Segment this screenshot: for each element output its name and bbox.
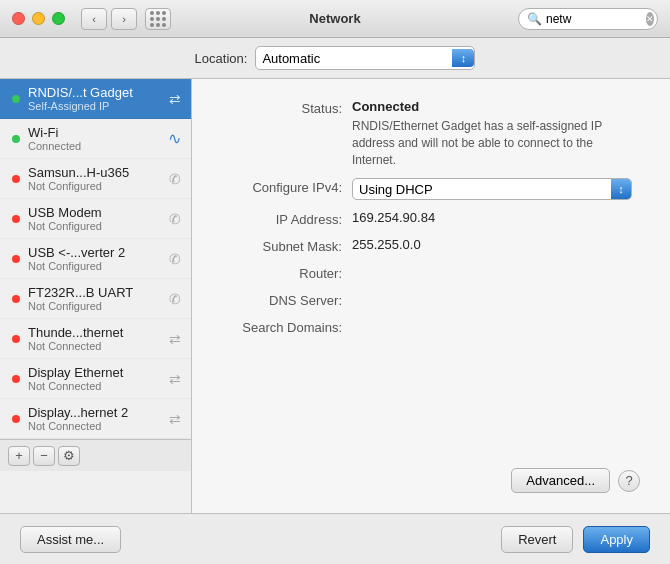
phone-icon-ft232: ✆ bbox=[169, 291, 181, 307]
action-bar: Assist me... Revert Apply bbox=[0, 513, 670, 564]
phone-icon-samsung: ✆ bbox=[169, 171, 181, 187]
sidebar-item-status-usb-verter: Not Configured bbox=[28, 260, 165, 272]
sidebar-toolbar: + − ⚙ bbox=[0, 439, 191, 471]
dns-server-label: DNS Server: bbox=[222, 291, 352, 308]
router-row: Router: bbox=[222, 264, 640, 281]
status-dot-ft232 bbox=[12, 295, 20, 303]
sidebar-item-name-usb-modem: USB Modem bbox=[28, 205, 165, 220]
ipv4-dropdown-arrow: ↕ bbox=[611, 179, 631, 199]
configure-ipv4-row: Configure IPv4: Using DHCP ↕ bbox=[222, 178, 640, 200]
sidebar-item-status-samsung: Not Configured bbox=[28, 180, 165, 192]
ethernet-icon-thunder: ⇄ bbox=[169, 331, 181, 347]
ethernet-icon-display-eth2: ⇄ bbox=[169, 411, 181, 427]
sidebar-item-display-eth[interactable]: Display Ethernet Not Connected ⇄ bbox=[0, 359, 191, 399]
main-content: RNDIS/...t Gadget Self-Assigned IP ⇄ Wi-… bbox=[0, 79, 670, 513]
sidebar-item-usb-modem[interactable]: USB Modem Not Configured ✆ bbox=[0, 199, 191, 239]
sidebar-item-status-ft232: Not Configured bbox=[28, 300, 165, 312]
nav-buttons: ‹ › bbox=[81, 8, 137, 30]
forward-button[interactable]: › bbox=[111, 8, 137, 30]
sidebar-item-name-display-eth: Display Ethernet bbox=[28, 365, 165, 380]
status-row: Status: Connected RNDIS/Ethernet Gadget … bbox=[222, 99, 640, 168]
subnet-mask-label: Subnet Mask: bbox=[222, 237, 352, 254]
search-input[interactable] bbox=[546, 12, 646, 26]
help-button[interactable]: ? bbox=[618, 470, 640, 492]
advanced-button[interactable]: Advanced... bbox=[511, 468, 610, 493]
remove-connection-button[interactable]: − bbox=[33, 446, 55, 466]
status-dot-rndis bbox=[12, 95, 20, 103]
sidebar: RNDIS/...t Gadget Self-Assigned IP ⇄ Wi-… bbox=[0, 79, 192, 513]
router-label: Router: bbox=[222, 264, 352, 281]
search-clear-button[interactable]: ✕ bbox=[646, 12, 654, 26]
sidebar-item-status-wifi: Connected bbox=[28, 140, 164, 152]
back-button[interactable]: ‹ bbox=[81, 8, 107, 30]
sidebar-item-name-display-eth2: Display...hernet 2 bbox=[28, 405, 165, 420]
phone-icon-usb-modem: ✆ bbox=[169, 211, 181, 227]
rndis-icon: ⇄ bbox=[169, 91, 181, 107]
location-label: Location: bbox=[195, 51, 248, 66]
status-note: RNDIS/Ethernet Gadget has a self-assigne… bbox=[352, 118, 632, 168]
sidebar-item-name-wifi: Wi-Fi bbox=[28, 125, 164, 140]
location-dropdown-arrow: ↕ bbox=[452, 49, 474, 67]
status-dot-thunder bbox=[12, 335, 20, 343]
sidebar-item-status-display-eth: Not Connected bbox=[28, 380, 165, 392]
location-value: Automatic bbox=[262, 51, 446, 66]
subnet-mask-value: 255.255.0.0 bbox=[352, 237, 640, 252]
sidebar-item-status-usb-modem: Not Configured bbox=[28, 220, 165, 232]
advanced-area: Advanced... ? bbox=[222, 448, 640, 493]
sidebar-item-name-rndis: RNDIS/...t Gadget bbox=[28, 85, 165, 100]
status-dot-wifi bbox=[12, 135, 20, 143]
settings-button[interactable]: ⚙ bbox=[58, 446, 80, 466]
apply-button[interactable]: Apply bbox=[583, 526, 650, 553]
dns-server-row: DNS Server: bbox=[222, 291, 640, 308]
title-bar: ‹ › Network 🔍 ✕ bbox=[0, 0, 670, 38]
add-connection-button[interactable]: + bbox=[8, 446, 30, 466]
status-dot-display-eth bbox=[12, 375, 20, 383]
subnet-mask-row: Subnet Mask: 255.255.0.0 bbox=[222, 237, 640, 254]
sidebar-item-rndis[interactable]: RNDIS/...t Gadget Self-Assigned IP ⇄ bbox=[0, 79, 191, 119]
detail-panel: Status: Connected RNDIS/Ethernet Gadget … bbox=[192, 79, 670, 513]
location-select[interactable]: Automatic ↕ bbox=[255, 46, 475, 70]
sidebar-item-status-thunder: Not Connected bbox=[28, 340, 165, 352]
phone-icon-usb-verter: ✆ bbox=[169, 251, 181, 267]
configure-ipv4-label: Configure IPv4: bbox=[222, 178, 352, 195]
close-button[interactable] bbox=[12, 12, 25, 25]
sidebar-item-display-eth2[interactable]: Display...hernet 2 Not Connected ⇄ bbox=[0, 399, 191, 439]
sidebar-item-thunder[interactable]: Thunde...thernet Not Connected ⇄ bbox=[0, 319, 191, 359]
sidebar-item-usb-verter[interactable]: USB <-...verter 2 Not Configured ✆ bbox=[0, 239, 191, 279]
status-label: Status: bbox=[222, 99, 352, 116]
sidebar-item-name-usb-verter: USB <-...verter 2 bbox=[28, 245, 165, 260]
assist-me-button[interactable]: Assist me... bbox=[20, 526, 121, 553]
ethernet-icon-display-eth: ⇄ bbox=[169, 371, 181, 387]
sidebar-item-status-rndis: Self-Assigned IP bbox=[28, 100, 165, 112]
location-bar: Location: Automatic ↕ bbox=[0, 38, 670, 79]
traffic-lights bbox=[12, 12, 65, 25]
ipv4-select[interactable]: Using DHCP ↕ bbox=[352, 178, 632, 200]
minimize-button[interactable] bbox=[32, 12, 45, 25]
status-dot-display-eth2 bbox=[12, 415, 20, 423]
sidebar-item-wifi[interactable]: Wi-Fi Connected ∿ bbox=[0, 119, 191, 159]
search-domains-row: Search Domains: bbox=[222, 318, 640, 335]
search-bar[interactable]: 🔍 ✕ bbox=[518, 8, 658, 30]
status-dot-samsung bbox=[12, 175, 20, 183]
sidebar-item-samsung[interactable]: Samsun...H-u365 Not Configured ✆ bbox=[0, 159, 191, 199]
search-icon: 🔍 bbox=[527, 12, 542, 26]
status-dot-usb-verter bbox=[12, 255, 20, 263]
ipv4-value: Using DHCP bbox=[353, 182, 611, 197]
sidebar-item-name-samsung: Samsun...H-u365 bbox=[28, 165, 165, 180]
ip-address-row: IP Address: 169.254.90.84 bbox=[222, 210, 640, 227]
sidebar-item-ft232[interactable]: FT232R...B UART Not Configured ✆ bbox=[0, 279, 191, 319]
sidebar-item-name-ft232: FT232R...B UART bbox=[28, 285, 165, 300]
maximize-button[interactable] bbox=[52, 12, 65, 25]
window-title: Network bbox=[309, 11, 360, 26]
ip-address-label: IP Address: bbox=[222, 210, 352, 227]
sidebar-item-status-display-eth2: Not Connected bbox=[28, 420, 165, 432]
status-value: Connected bbox=[352, 99, 632, 114]
grid-button[interactable] bbox=[145, 8, 171, 30]
revert-button[interactable]: Revert bbox=[501, 526, 573, 553]
ip-address-value: 169.254.90.84 bbox=[352, 210, 640, 225]
status-dot-usb-modem bbox=[12, 215, 20, 223]
search-domains-label: Search Domains: bbox=[222, 318, 352, 335]
sidebar-item-name-thunder: Thunde...thernet bbox=[28, 325, 165, 340]
wifi-icon: ∿ bbox=[168, 129, 181, 148]
